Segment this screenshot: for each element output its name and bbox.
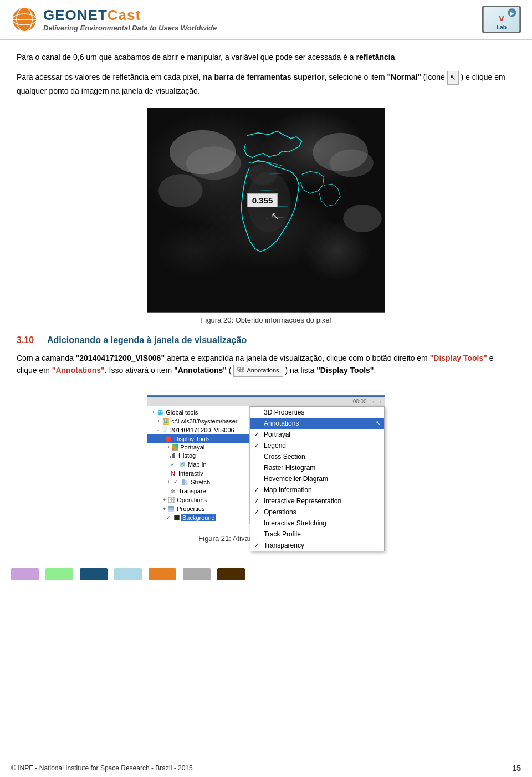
menu-item-hovemoeller[interactable]: Hovemoeller Diagram bbox=[250, 473, 384, 484]
cursor-indicator: ↖ bbox=[271, 210, 279, 222]
folder-image-icon: 🖼️ bbox=[162, 417, 170, 425]
annotations-inline-example: Annotations bbox=[233, 365, 283, 377]
color-swatch-lightblue bbox=[114, 568, 142, 580]
figure-21-container: 00:00 ←→ + 🌐 Global tools + 🖼️ c:\ilw bbox=[17, 387, 515, 543]
menu-item-legend[interactable]: Legend bbox=[250, 440, 384, 451]
operations-icon bbox=[167, 496, 175, 504]
section-number: 3.10 bbox=[17, 335, 34, 345]
page-header: GEONETCast Delivering Environmental Data… bbox=[0, 0, 532, 40]
check-bg-icon: ✓ bbox=[165, 514, 172, 522]
ss-right-panel: 3D Properties Annotations ↖ Portrayal Le… bbox=[250, 406, 385, 524]
histogram-icon bbox=[169, 452, 177, 459]
tree-label-stretch: Stretch bbox=[191, 479, 210, 485]
display-tools-icon: 🔴 bbox=[165, 435, 172, 443]
paragraph-reflectance-intro: Para o canal de 0,6 um que acabamos de a… bbox=[17, 51, 515, 63]
tree-item-properties[interactable]: + Properties bbox=[147, 504, 249, 513]
menu-item-operations[interactable]: Operations bbox=[250, 507, 384, 518]
tree-label-display-tools: Display Tools bbox=[174, 436, 210, 442]
interactive-icon: N bbox=[169, 469, 177, 477]
logo-area: GEONETCast Delivering Environmental Data… bbox=[11, 6, 217, 33]
tree-item-interactive[interactable]: N Interactiv bbox=[147, 469, 249, 478]
menu-item-annotations[interactable]: Annotations ↖ bbox=[250, 418, 384, 429]
svg-rect-32 bbox=[182, 479, 185, 485]
menu-item-interactive-stretching[interactable]: Interactive Stretching bbox=[250, 518, 384, 529]
tree-item-map-info[interactable]: ✓ 🗺️ Map In bbox=[147, 460, 249, 469]
menu-item-track-profile[interactable]: Track Profile bbox=[250, 529, 384, 540]
page-number: 15 bbox=[512, 764, 521, 773]
continent-borders bbox=[147, 108, 385, 312]
tree-item-histogram[interactable]: Histog bbox=[147, 451, 249, 460]
svg-point-20 bbox=[343, 205, 382, 232]
svg-rect-38 bbox=[168, 506, 174, 508]
menu-item-map-information[interactable]: Map Information bbox=[250, 484, 384, 495]
globe-icon: 🌐 bbox=[156, 408, 164, 416]
tree-label-transparency: Transpare bbox=[178, 488, 206, 494]
satellite-image: 0.355 ↖ bbox=[147, 108, 385, 313]
svg-point-22 bbox=[249, 163, 277, 185]
map-icon: 🗺️ bbox=[178, 461, 186, 468]
tree-item-ilwis-folder[interactable]: + 🖼️ c:\ilwis383\system\baser bbox=[147, 417, 249, 426]
ss-left-panel: + 🌐 Global tools + 🖼️ c:\ilwis383\system… bbox=[147, 406, 250, 524]
check-icon: ✓ bbox=[169, 461, 177, 468]
menu-item-transparency[interactable]: Transparency bbox=[250, 540, 384, 551]
svg-rect-34 bbox=[187, 482, 188, 485]
svg-point-16 bbox=[186, 146, 241, 180]
figure-20-container: 0.355 ↖ Figura 20: Obtendo informações d… bbox=[17, 108, 515, 324]
color-swatch-green bbox=[45, 568, 73, 580]
tree-item-vis006-folder[interactable]: - 📄 201404171200_VIS006 bbox=[147, 426, 249, 434]
section-title: Adicionando a legenda à janela de visual… bbox=[47, 335, 247, 345]
color-swatch-darkbrown bbox=[217, 568, 245, 580]
bg-icon bbox=[174, 515, 180, 520]
svg-text:▶: ▶ bbox=[510, 11, 514, 16]
menu-item-portrayal[interactable]: Portrayal bbox=[250, 429, 384, 440]
color-swatch-purple bbox=[11, 568, 39, 580]
tree-label-interactive: Interactiv bbox=[178, 470, 203, 477]
svg-rect-33 bbox=[185, 480, 187, 485]
header-subtitle: Delivering Environmental Data to Users W… bbox=[43, 24, 217, 32]
menu-item-3d-properties[interactable]: 3D Properties bbox=[250, 407, 384, 418]
svg-rect-39 bbox=[168, 508, 174, 510]
normal-tool-icon: ↖ bbox=[447, 71, 459, 85]
tree-item-transparency[interactable]: ✽ Transpare bbox=[147, 487, 249, 495]
pixel-value-display: 0.355 bbox=[247, 193, 278, 207]
tree-item-portrayal[interactable]: + Portrayal bbox=[147, 443, 249, 451]
tree-item-background[interactable]: ✓ Background bbox=[147, 513, 249, 522]
main-content: Para o canal de 0,6 um que acabamos de a… bbox=[0, 40, 532, 564]
tree-item-display-tools[interactable]: 🔴 Display Tools bbox=[147, 434, 249, 443]
footer-color-swatches bbox=[0, 564, 532, 585]
menu-item-raster-histogram[interactable]: Raster Histogram bbox=[250, 462, 384, 473]
menu-item-interactive-rep[interactable]: Interactive Representation bbox=[250, 495, 384, 507]
software-screenshot: 00:00 ←→ + 🌐 Global tools + 🖼️ c:\ilw bbox=[147, 395, 385, 524]
tree-label-map-info: Map In bbox=[188, 461, 207, 468]
context-menu[interactable]: 3D Properties Annotations ↖ Portrayal Le… bbox=[250, 406, 385, 551]
section-3-10-heading: 3.10 Adicionando a legenda à janela de v… bbox=[17, 335, 515, 345]
svg-text:V: V bbox=[499, 13, 504, 23]
geonetcast-logo-icon bbox=[11, 6, 38, 33]
svg-rect-31 bbox=[173, 453, 175, 458]
file-icon: 📄 bbox=[161, 426, 168, 434]
expander-icon: - bbox=[157, 427, 159, 433]
vlab-logo: V Lab ▶ bbox=[482, 6, 521, 33]
ss-body: + 🌐 Global tools + 🖼️ c:\ilwis383\system… bbox=[147, 406, 385, 524]
color-swatch-blue bbox=[80, 568, 108, 580]
tree-label-background: Background bbox=[181, 514, 216, 521]
check-icon2: ✓ bbox=[172, 478, 180, 486]
svg-point-19 bbox=[158, 174, 203, 207]
transparency-icon: ✽ bbox=[169, 487, 177, 495]
menu-item-cross-section[interactable]: Cross Section bbox=[250, 451, 384, 462]
tree-label-properties: Properties bbox=[177, 505, 204, 512]
tree-item-stretch[interactable]: + ✓ Stretch bbox=[147, 478, 249, 487]
expander-icon: + bbox=[152, 410, 155, 415]
color-swatch-gray bbox=[183, 568, 211, 580]
logo-text: GEONETCast bbox=[43, 7, 217, 24]
tree-label-histogram: Histog bbox=[178, 452, 196, 459]
footer-copyright: © INPE - National Institute for Space Re… bbox=[11, 764, 193, 772]
tree-item-global-tools[interactable]: + 🌐 Global tools bbox=[147, 408, 249, 417]
tree-item-operations[interactable]: + Operations bbox=[147, 495, 249, 504]
svg-rect-29 bbox=[170, 456, 171, 458]
expander-icon: + bbox=[157, 418, 160, 424]
paragraph-annotations-desc: Com a camanda "201404171200_VIS006" aber… bbox=[17, 352, 515, 377]
properties-icon bbox=[167, 505, 175, 513]
figure-20-caption: Figura 20: Obtendo informações do pixel bbox=[201, 316, 331, 324]
tree-label-operations: Operations bbox=[177, 497, 207, 503]
